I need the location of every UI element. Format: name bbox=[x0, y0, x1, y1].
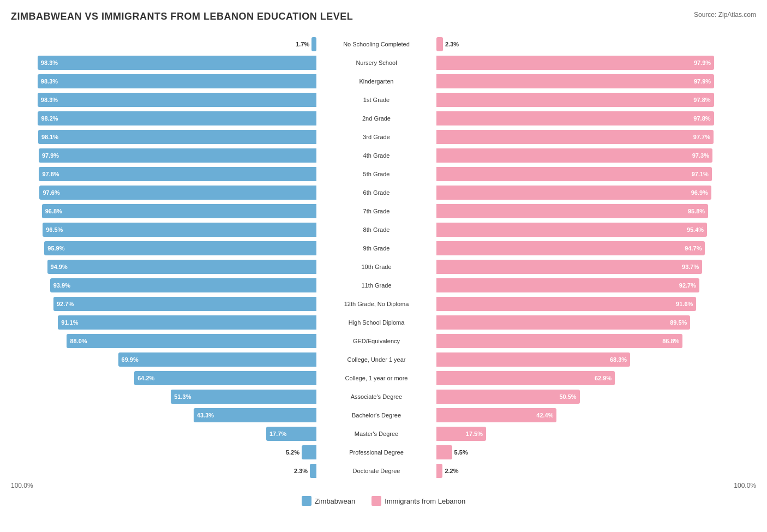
bar-value-right-inside: 92.7% bbox=[679, 282, 696, 289]
bar-right-section: 97.9% bbox=[436, 56, 742, 70]
bar-pink bbox=[436, 37, 443, 51]
bar-row: 97.6%6th Grade96.9% bbox=[11, 184, 756, 201]
bar-center-label: Nursery School bbox=[316, 59, 436, 66]
bar-left-section: 98.3% bbox=[11, 74, 316, 88]
bar-blue: 98.1% bbox=[38, 130, 316, 144]
bar-value-right-inside: 91.6% bbox=[676, 301, 693, 307]
bar-center-label: Doctorate Degree bbox=[316, 468, 436, 474]
bar-value-right-inside: 86.8% bbox=[662, 338, 679, 344]
bar-pink bbox=[436, 445, 452, 459]
bar-center-label: 7th Grade bbox=[316, 208, 436, 214]
bar-value-right-inside: 97.7% bbox=[693, 134, 710, 140]
bar-blue: 93.9% bbox=[50, 278, 316, 292]
bar-left-section: 88.0% bbox=[11, 334, 316, 348]
bar-blue: 97.6% bbox=[39, 186, 316, 200]
bar-right-section: 89.5% bbox=[436, 315, 742, 330]
bar-blue: 94.9% bbox=[47, 260, 316, 274]
bar-pink: 94.7% bbox=[436, 241, 705, 255]
bar-blue: 17.7% bbox=[266, 427, 316, 441]
bar-center-label: 8th Grade bbox=[316, 226, 436, 233]
chart-container: ZIMBABWEAN VS IMMIGRANTS FROM LEBANON ED… bbox=[11, 11, 756, 511]
bar-value-right-inside: 97.9% bbox=[694, 59, 711, 66]
bar-value-right-inside: 97.1% bbox=[692, 171, 709, 177]
bar-blue: 88.0% bbox=[67, 334, 316, 348]
bar-value-left-inside: 97.9% bbox=[42, 152, 59, 159]
bar-value-right-inside: 95.4% bbox=[687, 226, 704, 233]
bar-center-label: GED/Equivalency bbox=[316, 338, 436, 344]
bar-value-right-inside: 62.9% bbox=[595, 375, 612, 381]
bar-value-right-inside: 97.8% bbox=[693, 115, 710, 122]
bar-center-label: 5th Grade bbox=[316, 171, 436, 177]
bar-right-section: 86.8% bbox=[436, 334, 742, 348]
bar-center-label: 3rd Grade bbox=[316, 134, 436, 140]
bar-blue: 51.3% bbox=[171, 390, 316, 404]
bar-pink: 89.5% bbox=[436, 315, 690, 330]
legend-label-lebanon: Immigrants from Lebanon bbox=[385, 497, 465, 505]
bar-row: 96.5%8th Grade95.4% bbox=[11, 221, 756, 238]
legend: Zimbabwean Immigrants from Lebanon bbox=[11, 496, 756, 511]
bar-blue: 69.9% bbox=[118, 352, 316, 367]
bar-center-label: 10th Grade bbox=[316, 264, 436, 270]
bar-center-label: Bachelor's Degree bbox=[316, 412, 436, 419]
bar-pink bbox=[436, 464, 442, 478]
bar-left-section: 43.3% bbox=[11, 408, 316, 422]
bar-value-left-inside: 98.2% bbox=[41, 115, 58, 122]
bar-left-section: 69.9% bbox=[11, 352, 316, 367]
bar-blue: 97.8% bbox=[39, 167, 316, 181]
bar-value-left-inside: 96.5% bbox=[46, 226, 63, 233]
bar-pink: 97.3% bbox=[436, 148, 712, 163]
bottom-right-label: 100.0% bbox=[734, 482, 756, 489]
legend-item-lebanon: Immigrants from Lebanon bbox=[371, 496, 465, 506]
bar-blue: 95.9% bbox=[44, 241, 316, 255]
bar-value-left-inside: 98.1% bbox=[41, 134, 58, 140]
bar-left-section: 92.7% bbox=[11, 297, 316, 311]
bar-value-left-inside: 92.7% bbox=[57, 301, 74, 307]
bar-pink: 95.4% bbox=[436, 223, 707, 237]
bar-value-left-inside: 98.3% bbox=[41, 78, 58, 85]
bar-right-section: 62.9% bbox=[436, 371, 742, 385]
bar-left-section: 96.8% bbox=[11, 204, 316, 218]
bar-blue: 96.5% bbox=[43, 223, 316, 237]
bar-left-section: 98.2% bbox=[11, 111, 316, 125]
bar-pink: 97.9% bbox=[436, 56, 714, 70]
bar-value-right: 2.2% bbox=[445, 468, 464, 474]
bar-left-section: 91.1% bbox=[11, 315, 316, 330]
bar-right-section: 97.8% bbox=[436, 111, 742, 125]
bar-blue: 98.3% bbox=[38, 93, 316, 107]
bar-right-section: 96.9% bbox=[436, 186, 742, 200]
bar-left-section: 97.8% bbox=[11, 167, 316, 181]
bar-center-label: 2nd Grade bbox=[316, 115, 436, 122]
bar-row: 98.3%Kindergarten97.9% bbox=[11, 73, 756, 90]
bar-pink: 93.7% bbox=[436, 260, 702, 274]
bar-right-section: 95.8% bbox=[436, 204, 742, 218]
bar-pink: 86.8% bbox=[436, 334, 682, 348]
legend-box-lebanon bbox=[371, 496, 381, 506]
bar-left-section: 97.9% bbox=[11, 148, 316, 163]
bar-row: 5.2%Professional Degree5.5% bbox=[11, 444, 756, 461]
bar-pink: 50.5% bbox=[436, 390, 580, 404]
legend-label-zimbabwean: Zimbabwean bbox=[315, 497, 355, 505]
bar-blue: 64.2% bbox=[134, 371, 316, 385]
bar-left-section: 98.3% bbox=[11, 93, 316, 107]
bar-pink: 97.9% bbox=[436, 74, 714, 88]
bar-blue: 96.8% bbox=[42, 204, 316, 218]
bar-right-section: 97.7% bbox=[436, 130, 742, 144]
bar-left-section: 98.1% bbox=[11, 130, 316, 144]
bar-pink: 42.4% bbox=[436, 408, 556, 422]
bar-pink: 92.7% bbox=[436, 278, 699, 292]
bar-value-left-inside: 96.8% bbox=[45, 208, 62, 214]
bar-value-right-inside: 95.8% bbox=[688, 208, 705, 214]
bar-left-section: 94.9% bbox=[11, 260, 316, 274]
bar-pink: 95.8% bbox=[436, 204, 708, 218]
bar-value-right-inside: 17.5% bbox=[466, 431, 483, 437]
bar-center-label: 6th Grade bbox=[316, 189, 436, 196]
bar-row: 2.3%Doctorate Degree2.2% bbox=[11, 462, 756, 480]
bar-row: 43.3%Bachelor's Degree42.4% bbox=[11, 407, 756, 424]
bar-blue bbox=[310, 464, 316, 478]
bar-right-section: 92.7% bbox=[436, 278, 742, 292]
bar-value-right-inside: 68.3% bbox=[610, 356, 627, 363]
bar-right-section: 68.3% bbox=[436, 352, 742, 367]
bar-center-label: 9th Grade bbox=[316, 245, 436, 252]
bar-left-section: 96.5% bbox=[11, 223, 316, 237]
bottom-left-label: 100.0% bbox=[11, 482, 33, 489]
